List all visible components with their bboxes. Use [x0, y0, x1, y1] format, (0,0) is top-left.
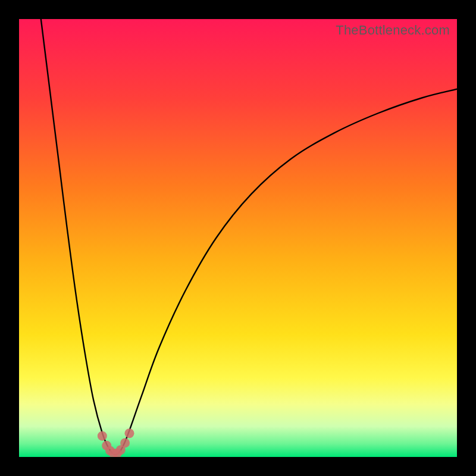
- optimal-zone-markers: [98, 428, 134, 457]
- bottleneck-curve: [41, 19, 457, 455]
- chart-stage: TheBottleneck.com: [0, 0, 476, 476]
- marker-dot: [98, 431, 107, 441]
- marker-dot: [120, 438, 130, 447]
- plot-area: TheBottleneck.com: [19, 19, 457, 457]
- marker-dot: [124, 428, 134, 438]
- curve-layer: [19, 19, 457, 457]
